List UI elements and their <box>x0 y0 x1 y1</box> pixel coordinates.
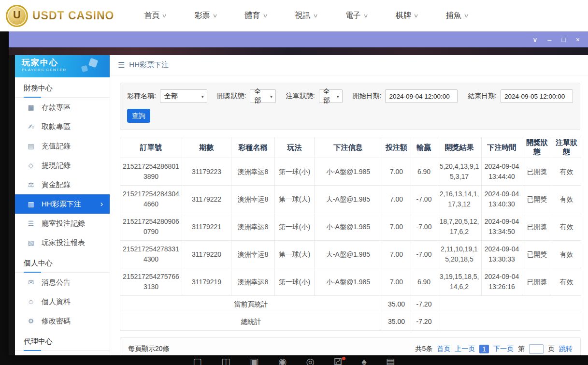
nav-item-label: 電子 <box>345 11 361 21</box>
nav-item-label: 彩票 <box>195 11 210 21</box>
table-row: 215217254280906079031179221澳洲幸运8第一球(小)小-… <box>120 213 581 241</box>
nav-item-label: 捕魚 <box>446 11 461 21</box>
sidebar-sections: 財務中心▦存款專區✍取款專區▤充值記錄◇提現記錄⚖資金記錄▥HH彩票下注›☰廳室… <box>15 77 110 351</box>
jump-button[interactable]: 跳转 <box>559 345 573 353</box>
order-status-value: 全部 <box>323 88 333 105</box>
chevron-down-icon: ▾ <box>201 94 204 99</box>
game-icon: ◉ <box>278 357 287 365</box>
menu-icon[interactable]: ☰ <box>118 60 125 70</box>
table-cell: 小-A盤@1.985 <box>315 268 382 296</box>
nav-item[interactable]: 電子∨ <box>345 11 368 21</box>
nav-item[interactable]: 體育∨ <box>245 11 267 21</box>
logo-letter: U <box>13 10 21 22</box>
order-status-select[interactable]: 全部 ▾ <box>319 89 343 103</box>
nav-item[interactable]: 捕魚∨ <box>446 11 468 21</box>
draw-status-select[interactable]: 全部 ▾ <box>250 89 276 103</box>
brand-logo[interactable]: U USDT CASINO <box>6 5 114 27</box>
sidebar-item-label: 資金記錄 <box>42 180 71 190</box>
sidebar-item-withdraw[interactable]: ✍取款專區 <box>15 117 110 136</box>
table-cell: 有效 <box>552 158 581 186</box>
page-number-input[interactable] <box>529 344 544 354</box>
current-page[interactable]: 1 <box>479 345 489 353</box>
sidebar-section-title: 財務中心 <box>15 77 110 98</box>
next-page-link[interactable]: 下一页 <box>493 345 514 353</box>
sidebar-item-deposit[interactable]: ▦存款專區 <box>15 98 110 117</box>
table-cell: 小-A盤@1.985 <box>315 158 382 186</box>
table-cell: 澳洲幸运8 <box>231 158 275 186</box>
table-cell: 已開獎 <box>522 268 552 296</box>
background-footer: ▢◫▣◉◎⚂♠▤ <box>0 355 588 365</box>
summary-row: 總統計35.00-7.20 <box>120 313 581 331</box>
lottery-name-select[interactable]: 全部 ▾ <box>160 89 207 103</box>
lottery-name-label: 彩種名稱: <box>127 92 156 101</box>
scale-icon: ⚖ <box>27 181 35 189</box>
summary-winloss-total: -7.20 <box>411 313 437 331</box>
sidebar-item-funds-record[interactable]: ⚖資金記錄 <box>15 175 110 194</box>
prev-page-link[interactable]: 上一页 <box>455 345 475 353</box>
nav-item[interactable]: 首頁∨ <box>144 11 166 21</box>
table-cell: 澳洲幸运8 <box>231 186 275 213</box>
nav-item-label: 體育 <box>245 11 260 21</box>
table-cell: 5,20,4,13,9,15,3,17 <box>437 158 482 186</box>
column-header: 注單狀態 <box>552 137 581 158</box>
table-cell: 6.90 <box>411 268 437 296</box>
table-cell: 有效 <box>552 241 581 268</box>
sidebar-item-player-bet-report[interactable]: ▧玩家投注報表 <box>15 233 110 252</box>
window-content: 玩家中心 PLAYERS CENTER 財務中心▦存款專區✍取款專區▤充值記錄◇… <box>9 55 588 355</box>
first-page-link[interactable]: 首页 <box>437 345 450 353</box>
nav-item-label: 棋牌 <box>396 11 411 21</box>
end-date-input[interactable] <box>501 89 573 103</box>
window-dropdown-icon[interactable]: ∨ <box>532 36 537 43</box>
nav-item[interactable]: 彩票∨ <box>195 11 217 21</box>
table-cell: 31179223 <box>182 158 231 186</box>
chevron-down-icon: ▾ <box>337 94 339 99</box>
table-cell: 澳洲幸运8 <box>231 241 275 268</box>
window-close-icon[interactable]: × <box>576 36 580 43</box>
game-icon: ♠ <box>361 357 367 365</box>
table-cell: 2152172542868013890 <box>120 158 182 186</box>
player-center-window: ∨ – □ × 玩家中心 PLAYERS CENTER 財務中心▦存款專區✍取款… <box>9 31 588 355</box>
sidebar-item-withdraw-record[interactable]: ◇提現記錄 <box>15 156 110 175</box>
window-maximize-icon[interactable]: □ <box>561 36 565 43</box>
chevron-down-icon: ∨ <box>313 13 318 19</box>
gear-icon: ⚙ <box>27 317 35 325</box>
sidebar-item-label: 消息公告 <box>42 278 71 287</box>
pagination-bar: 每頁顯示20條 共5条 首页 上一页 1 下一页 第 页 跳转 <box>120 337 581 355</box>
table-cell: 3,19,15,18,5,14,6,2 <box>437 268 482 296</box>
sidebar-item-announcements[interactable]: ✉消息公告 <box>15 273 110 292</box>
table-cell: 有效 <box>552 186 581 213</box>
calculator-icon: ▦ <box>27 103 35 111</box>
table-cell: 第一球(小) <box>275 213 315 241</box>
table-cell: 6.90 <box>411 158 437 186</box>
sidebar-item-profile[interactable]: ☺個人資料 <box>15 292 110 311</box>
start-date-input[interactable] <box>385 89 458 103</box>
window-minimize-icon[interactable]: – <box>548 36 552 43</box>
nav-item-label: 視訊 <box>295 11 311 21</box>
sidebar-item-room-bet-record[interactable]: ☰廳室投注記錄 <box>15 214 110 233</box>
sidebar-item-label: 存款專區 <box>42 103 71 112</box>
table-cell: 大-A盤@1.985 <box>315 241 382 268</box>
sidebar-item-change-password[interactable]: ⚙修改密碼 <box>15 311 110 331</box>
game-icon: ▢ <box>193 357 202 365</box>
search-button[interactable]: 查詢 <box>127 109 150 123</box>
summary-empty <box>437 296 581 313</box>
nav-item[interactable]: 棋牌∨ <box>396 11 418 21</box>
main-content: ☰ HH彩票下注 彩種名稱: 全部 ▾ 開獎狀態: 全部 <box>110 55 588 355</box>
table-cell: 澳洲幸运8 <box>231 213 275 241</box>
sidebar-item-recharge-record[interactable]: ▤充值記錄 <box>15 136 110 156</box>
sidebar-section-title: 個人中心 <box>15 252 110 273</box>
money-icon: ◇ <box>27 161 35 169</box>
sidebar-item-label: 廳室投注記錄 <box>42 219 85 228</box>
sidebar-item-label: 個人資料 <box>42 297 71 307</box>
summary-winloss-total: -7.20 <box>411 296 437 313</box>
table-cell: -7.00 <box>411 241 437 268</box>
table-cell: 31179221 <box>182 213 231 241</box>
table-row: 215217254278331430031179220澳洲幸运8第一球(大)大-… <box>120 241 581 268</box>
nav-item[interactable]: 視訊∨ <box>295 11 317 21</box>
sidebar-item-hh-lottery-bets[interactable]: ▥HH彩票下注› <box>15 194 110 214</box>
chevron-down-icon: ∨ <box>162 13 167 19</box>
table-row: 215217254284304466031179222澳洲幸运8第一球(大)大-… <box>120 186 581 213</box>
table-cell: 31179222 <box>182 186 231 213</box>
column-header: 開獎結果 <box>437 137 482 158</box>
game-icon: ▣ <box>250 357 259 365</box>
